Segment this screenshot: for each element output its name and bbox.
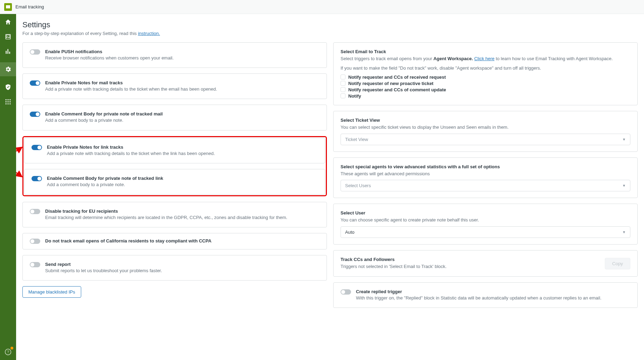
checkbox[interactable] — [341, 75, 345, 79]
special-agents-select[interactable]: Select Users ▼ — [341, 180, 630, 191]
svg-point-8 — [9, 103, 10, 104]
ticket-view-card: Select Ticket View You can select specif… — [333, 111, 638, 152]
setting-card-ccpa: Do not track email opens of California r… — [22, 233, 327, 249]
svg-point-1 — [7, 99, 8, 100]
top-header: Email tracking — [0, 0, 644, 14]
checkbox[interactable] — [341, 81, 345, 86]
home-icon[interactable] — [4, 18, 12, 26]
select-user-select[interactable]: Auto ▼ — [341, 226, 630, 238]
select-placeholder: Select Users — [345, 183, 371, 188]
toggle-send-report[interactable] — [30, 262, 40, 267]
setting-title: Enable Private Notes for mail tracks — [45, 80, 217, 85]
help-icon[interactable]: ? — [4, 348, 12, 356]
manage-blacklist-button[interactable]: Manage blacklisted IPs — [22, 286, 81, 298]
shield-icon[interactable] — [4, 83, 12, 91]
setting-desc: Add a comment body to a private note. — [47, 182, 163, 188]
setting-title: Enable PUSH notifications — [45, 49, 174, 54]
chevron-down-icon: ▼ — [622, 137, 626, 141]
svg-text:?: ? — [7, 350, 9, 354]
section-desc: You can choose specific agent to create … — [341, 217, 630, 224]
section-desc: Select triggers to track email opens fro… — [341, 56, 630, 62]
svg-point-3 — [6, 101, 7, 102]
section-title: Select Ticket View — [341, 118, 630, 123]
setting-card-private-notes-mail: Enable Private Notes for mail tracks Add… — [22, 73, 327, 99]
svg-line-12 — [16, 162, 21, 176]
checkbox[interactable] — [341, 93, 345, 98]
select-value: Auto — [345, 230, 355, 235]
left-column: Enable PUSH notifications Receive browse… — [22, 42, 327, 308]
setting-desc: Add a private note with tracking details… — [45, 86, 217, 92]
toggle-push[interactable] — [30, 49, 40, 55]
apps-icon[interactable] — [4, 98, 12, 106]
checkbox[interactable] — [341, 87, 345, 92]
setting-card-disable-eu: Disable tracking for EU recipients Email… — [22, 202, 327, 227]
checkbox-label: Notify requester of new proactive ticket — [348, 81, 433, 86]
select-user-card: Select User You can choose specific agen… — [333, 204, 638, 245]
toggle-comment-body-mail[interactable] — [30, 112, 40, 117]
section-desc: These agents will get advanced permissio… — [341, 171, 630, 177]
annotation-arrows — [16, 141, 25, 190]
main-content: Settings For a step-by-step explanation … — [16, 14, 644, 360]
svg-point-4 — [7, 101, 8, 102]
setting-desc: Email tracking will determine which reci… — [45, 214, 287, 221]
setting-card-private-notes-link: Enable Private Notes for link tracks Add… — [24, 138, 325, 163]
toggle-private-notes-link[interactable] — [31, 145, 42, 150]
setting-card-comment-body-link: Enable Comment Body for private note of … — [24, 169, 325, 195]
subtitle-text: For a step-by-step explanation of every … — [22, 31, 138, 36]
ticket-view-select[interactable]: Ticket View ▼ — [341, 134, 630, 145]
section-title: Select User — [341, 210, 630, 216]
highlighted-settings: Enable Private Notes for link tracks Add… — [22, 136, 327, 196]
section-title: Select special agents to view advanced s… — [341, 164, 630, 169]
setting-desc: Submit reports to let us troubleshoot yo… — [45, 268, 162, 274]
replied-trigger-card: Create replied trigger With this trigger… — [333, 282, 638, 308]
right-column: Select Email to Track Select triggers to… — [333, 42, 638, 308]
setting-card-push: Enable PUSH notifications Receive browse… — [22, 42, 327, 68]
click-here-link[interactable]: Click here — [474, 56, 495, 61]
notification-dot — [10, 347, 13, 350]
svg-point-6 — [6, 103, 7, 104]
section-desc: Triggers not selected in 'Select Email t… — [341, 263, 598, 270]
svg-point-2 — [9, 99, 10, 100]
track-cc-card: Track CCs and Followers Triggers not sel… — [333, 250, 638, 277]
sidebar: ? — [0, 14, 16, 360]
page-subtitle: For a step-by-step explanation of every … — [22, 31, 638, 36]
toggle-replied-trigger[interactable] — [341, 289, 351, 295]
app-title: Email tracking — [15, 4, 44, 9]
checkbox-label: Notify requester and CCs of received req… — [348, 75, 446, 80]
image-icon[interactable] — [4, 33, 12, 41]
section-title: Select Email to Track — [341, 49, 630, 54]
toggle-ccpa[interactable] — [30, 239, 40, 244]
section-desc: You can select specific ticket views to … — [341, 124, 630, 131]
setting-desc: Add a private note with tracking details… — [47, 150, 215, 157]
special-agents-card: Select special agents to view advanced s… — [333, 157, 638, 198]
copy-button[interactable]: Copy — [605, 258, 630, 269]
setting-title: Enable Private Notes for link tracks — [47, 144, 215, 150]
setting-card-comment-body-mail: Enable Comment Body for private note of … — [22, 105, 327, 130]
toggle-comment-body-link[interactable] — [31, 176, 42, 181]
toggle-disable-eu[interactable] — [30, 209, 40, 214]
setting-desc: With this trigger on, the "Replied" bloc… — [356, 295, 601, 301]
checkbox-label: Notify — [348, 93, 361, 99]
stats-icon[interactable] — [4, 48, 12, 55]
select-email-card: Select Email to Track Select triggers to… — [333, 42, 638, 105]
chevron-down-icon: ▼ — [622, 184, 626, 188]
svg-point-7 — [7, 103, 8, 104]
checkbox-label: Notify requester and CCs of comment upda… — [348, 87, 446, 92]
trigger-checklist: Notify requester and CCs of received req… — [341, 75, 630, 99]
setting-title: Send report — [45, 262, 162, 267]
setting-desc: Add a comment body to a private note. — [45, 117, 163, 123]
section-title: Track CCs and Followers — [341, 257, 598, 262]
settings-icon[interactable] — [0, 62, 16, 76]
instruction-link[interactable]: instruction. — [138, 31, 160, 36]
select-placeholder: Ticket View — [345, 137, 368, 142]
setting-card-send-report: Send report Submit reports to let us tro… — [22, 255, 327, 281]
setting-title: Enable Comment Body for private note of … — [47, 176, 163, 181]
setting-title: Disable tracking for EU recipients — [45, 209, 287, 214]
svg-point-5 — [9, 101, 10, 102]
setting-title: Create replied trigger — [356, 289, 601, 294]
svg-point-0 — [6, 99, 7, 100]
page-title: Settings — [22, 20, 638, 29]
toggle-private-notes-mail[interactable] — [30, 80, 40, 86]
setting-title: Do not track email opens of California r… — [45, 238, 211, 243]
chevron-down-icon: ▼ — [622, 230, 626, 234]
